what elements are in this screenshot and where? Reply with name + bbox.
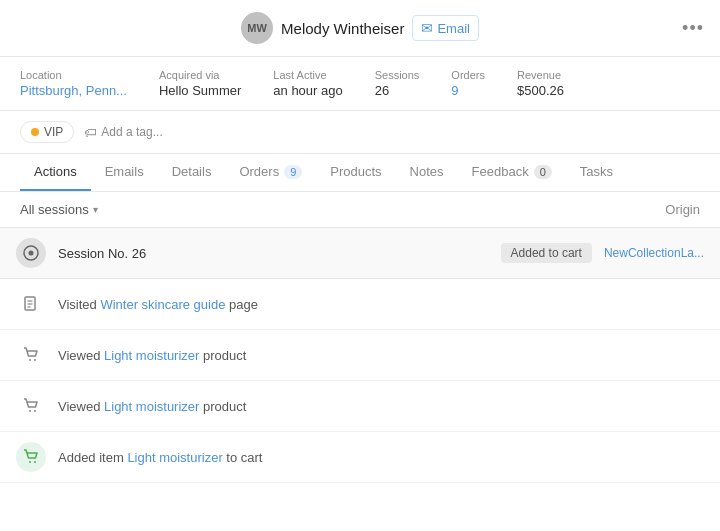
svg-point-11 (34, 461, 36, 463)
stat-label: Location (20, 69, 127, 81)
activity-row: Visited Winter skincare guide page (0, 279, 720, 330)
activity-text: Viewed Light moisturizer product (58, 399, 246, 414)
stat-value: Hello Summer (159, 83, 241, 98)
tab-feedback[interactable]: Feedback0 (458, 154, 566, 191)
vip-dot-icon (31, 128, 39, 136)
activity-row: Added item Light moisturizer to cart (0, 432, 720, 483)
session-icon (16, 238, 46, 268)
activity-row: Viewed Light moisturizer product (0, 330, 720, 381)
stat-value: $500.26 (517, 83, 564, 98)
activity-text: Viewed Light moisturizer product (58, 348, 246, 363)
cart-add-icon (16, 442, 46, 472)
tab-badge: 9 (284, 165, 302, 179)
stat-item: Sessions 26 (375, 69, 420, 98)
stat-label: Last Active (273, 69, 342, 81)
chevron-down-icon: ▾ (93, 204, 98, 215)
stat-label: Acquired via (159, 69, 241, 81)
stat-item: Revenue $500.26 (517, 69, 564, 98)
stats-bar: Location Pittsburgh, Penn... Acquired vi… (0, 57, 720, 111)
stat-label: Revenue (517, 69, 564, 81)
activity-row: Viewed Light moisturizer product (0, 381, 720, 432)
vip-badge[interactable]: VIP (20, 121, 74, 143)
document-icon (16, 289, 46, 319)
tab-tasks[interactable]: Tasks (566, 154, 627, 191)
stat-label: Sessions (375, 69, 420, 81)
sessions-filter-button[interactable]: All sessions ▾ (20, 202, 98, 217)
svg-point-6 (29, 359, 31, 361)
svg-point-7 (34, 359, 36, 361)
activities-list: Visited Winter skincare guide page Viewe… (0, 279, 720, 483)
add-tag-button[interactable]: 🏷 Add a tag... (84, 125, 162, 140)
svg-point-1 (29, 251, 34, 256)
svg-point-8 (29, 410, 31, 412)
more-options-button[interactable]: ••• (682, 18, 704, 39)
stat-value: Pittsburgh, Penn... (20, 83, 127, 98)
stat-item: Orders 9 (451, 69, 485, 98)
added-to-cart-badge: Added to cart (501, 243, 592, 263)
header: MW Melody Wintheiser ✉ Email ••• (0, 0, 720, 57)
stat-value: 9 (451, 83, 485, 98)
tab-emails[interactable]: Emails (91, 154, 158, 191)
contact-name: Melody Wintheiser (281, 20, 404, 37)
stat-label: Orders (451, 69, 485, 81)
filter-row: All sessions ▾ Origin (0, 192, 720, 228)
avatar: MW (241, 12, 273, 44)
svg-point-10 (29, 461, 31, 463)
tab-notes[interactable]: Notes (396, 154, 458, 191)
tab-products[interactable]: Products (316, 154, 395, 191)
session-row[interactable]: Session No. 26 Added to cart NewCollecti… (0, 228, 720, 279)
tab-actions[interactable]: Actions (20, 154, 91, 191)
tabs: ActionsEmailsDetailsOrders9ProductsNotes… (0, 154, 720, 192)
stat-item: Acquired via Hello Summer (159, 69, 241, 98)
session-title: Session No. 26 (58, 246, 489, 261)
tab-badge: 0 (534, 165, 552, 179)
cart-icon (16, 391, 46, 421)
stat-value: an hour ago (273, 83, 342, 98)
svg-point-9 (34, 410, 36, 412)
origin-label: Origin (665, 202, 700, 217)
stat-item: Location Pittsburgh, Penn... (20, 69, 127, 98)
tags-row: VIP 🏷 Add a tag... (0, 111, 720, 154)
email-icon: ✉ (421, 20, 433, 36)
activity-text: Added item Light moisturizer to cart (58, 450, 263, 465)
email-button[interactable]: ✉ Email (412, 15, 479, 41)
stat-item: Last Active an hour ago (273, 69, 342, 98)
tab-details[interactable]: Details (158, 154, 226, 191)
tag-icon: 🏷 (84, 125, 97, 140)
stat-value: 26 (375, 83, 420, 98)
cart-icon (16, 340, 46, 370)
activity-text: Visited Winter skincare guide page (58, 297, 258, 312)
tab-orders[interactable]: Orders9 (225, 154, 316, 191)
session-origin: NewCollectionLa... (604, 246, 704, 260)
